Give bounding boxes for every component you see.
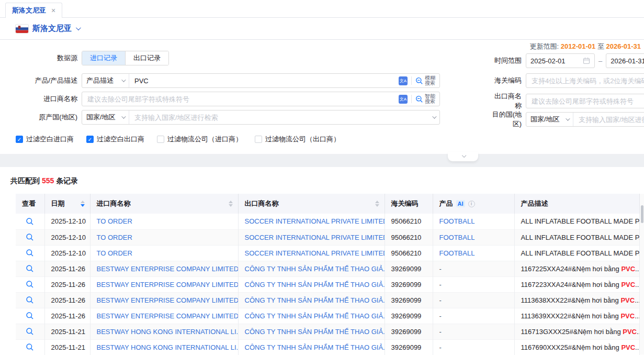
origin-country-type-select[interactable]: 国家/地区 xyxy=(82,110,129,124)
exporter-search-control xyxy=(526,94,644,108)
cell-hs-code: 39269099 xyxy=(385,261,433,276)
product-link[interactable]: - xyxy=(439,328,442,336)
destination-country-type-select[interactable]: 国家/地区 xyxy=(526,113,573,126)
chevron-down-icon xyxy=(121,114,126,118)
product-link[interactable]: - xyxy=(439,312,442,320)
cell-hs-code: 95066210 xyxy=(385,214,433,229)
cell-description: ALL INFLATABLE FOOTBALL MADE P... xyxy=(514,245,639,261)
destination-country-type-value: 国家/地区 xyxy=(530,115,560,124)
description-ellipsis: ... xyxy=(637,328,639,336)
view-record-icon[interactable] xyxy=(26,296,34,304)
description-highlight: PVC xyxy=(620,312,635,320)
exporter-link[interactable]: CÔNG TY TNHH SẢN PHẨM THỂ THAO GIẢ... xyxy=(245,343,385,351)
sort-icon-date[interactable] xyxy=(81,201,85,207)
tab-import-records[interactable]: 进口记录 xyxy=(82,51,125,65)
tab-export-records[interactable]: 出口记录 xyxy=(125,51,168,65)
date-to-input[interactable]: 2026-01-31 xyxy=(606,53,644,68)
product-search-input[interactable] xyxy=(129,74,394,87)
importer-link[interactable]: TO ORDER xyxy=(97,249,132,257)
exporter-link[interactable]: CÔNG TY TNHH SẢN PHẨM THỂ THAO GIẢ... xyxy=(245,265,385,273)
chevron-down-icon[interactable] xyxy=(432,114,436,118)
checkbox-filter-logistics-importer[interactable]: ✓ 过滤物流公司（进口商） xyxy=(157,135,242,144)
view-record-icon[interactable] xyxy=(26,264,34,273)
importer-link[interactable]: BESTWAY ENTERPRISE COMPANY LIMITED xyxy=(97,281,239,289)
collapse-filters-button[interactable] xyxy=(448,152,478,161)
view-record-icon[interactable] xyxy=(26,217,34,226)
hs-code-input[interactable] xyxy=(526,74,644,87)
importer-link[interactable]: BESTWAY HONG KONG INTERNATIONAL LI... xyxy=(97,328,239,336)
view-record-icon[interactable] xyxy=(26,249,34,257)
exporter-link[interactable]: CÔNG TY TNHH SẢN PHẨM THỂ THAO GIẢ... xyxy=(245,281,385,289)
column-header-importer[interactable]: 进口商名称 xyxy=(90,194,238,214)
description-text: 1113638XXX22#&Nệm hơi bằng xyxy=(521,296,621,304)
origin-country-input[interactable] xyxy=(129,110,428,124)
checkbox-filter-blank-exporter[interactable]: ✓ 过滤空白出口商 xyxy=(86,135,144,144)
column-header-date[interactable]: 日期 xyxy=(44,194,90,214)
product-type-select[interactable]: 产品描述 xyxy=(82,74,129,87)
exporter-link[interactable]: SOCCER INTERNATIONAL PRIVATE LIMITED xyxy=(245,217,385,225)
cell-date: 2025-12-10 xyxy=(44,245,90,261)
importer-link[interactable]: BESTWAY ENTERPRISE COMPANY LIMITED xyxy=(97,265,239,273)
translate-icon[interactable]: 文A xyxy=(399,95,408,104)
time-range-label: 时间范围 xyxy=(489,56,522,65)
chevron-down-icon xyxy=(121,77,126,82)
view-record-icon[interactable] xyxy=(26,343,34,351)
exporter-link[interactable]: CÔNG TY TNHH SẢN PHẨM THỂ THAO GIẢ... xyxy=(245,312,385,320)
column-header-exporter[interactable]: 出口商名称 xyxy=(238,194,385,214)
scrollbar-thumb[interactable] xyxy=(641,205,643,223)
destination-country-input[interactable] xyxy=(573,113,644,126)
sort-icon-importer[interactable] xyxy=(229,201,233,207)
cell-description: 1167223XXA24#&Nệm hơi bằng PVC... xyxy=(514,276,639,292)
importer-link[interactable]: BESTWAY HONG KONG INTERNATIONAL LI... xyxy=(97,343,239,351)
exporter-name-input[interactable] xyxy=(526,94,644,108)
sort-icon-exporter[interactable] xyxy=(375,201,379,207)
product-link[interactable]: FOOTBALL xyxy=(439,217,475,225)
checkbox-icon: ✓ xyxy=(255,136,262,143)
exporter-link[interactable]: CÔNG TY TNHH SẢN PHẨM THỂ THAO GIẢ... xyxy=(245,328,385,336)
exporter-link[interactable]: SOCCER INTERNATIONAL PRIVATE LIMITED xyxy=(245,249,385,257)
info-icon[interactable]: i xyxy=(468,201,475,207)
product-link[interactable]: FOOTBALL xyxy=(439,249,475,257)
importer-link[interactable]: TO ORDER xyxy=(97,234,132,241)
importer-link[interactable]: TO ORDER xyxy=(97,217,132,225)
product-link[interactable]: - xyxy=(439,281,442,289)
records-table: 查看 日期 进口商名称 出口商名称 海关编码 产品 AI i xyxy=(16,194,640,355)
importer-link[interactable]: BESTWAY ENTERPRISE COMPANY LIMITED xyxy=(97,312,239,320)
cell-hs-code: 95066210 xyxy=(385,229,433,245)
date-from-input[interactable]: 2025-02-01 xyxy=(526,53,595,68)
vertical-scrollbar[interactable] xyxy=(640,194,644,354)
update-range: 更新范围: 2012-01-01 至 2026-01-31 xyxy=(530,42,641,51)
importer-link[interactable]: BESTWAY ENTERPRISE COMPANY LIMITED xyxy=(97,296,239,304)
view-record-icon[interactable] xyxy=(26,312,34,320)
tab-slovenia[interactable]: 斯洛文尼亚 × xyxy=(5,3,62,18)
cell-description: 1167225XXA24#&Nệm hơi bằng PVC... xyxy=(514,261,639,276)
origin-country-type-value: 国家/地区 xyxy=(86,113,116,122)
hs-code-label: 海关编码 xyxy=(489,76,522,85)
checkbox-filter-blank-importer[interactable]: ✓ 过滤空白进口商 xyxy=(16,135,74,144)
smart-search-button[interactable]: 智能 搜索 xyxy=(415,94,435,105)
product-link[interactable]: - xyxy=(439,296,442,304)
checkbox-filter-logistics-exporter[interactable]: ✓ 过滤物流公司（出口商） xyxy=(255,135,340,144)
cell-description: ALL INFLATABLE FOOTBALL MADE P... xyxy=(514,214,639,229)
view-record-icon[interactable] xyxy=(26,233,34,241)
product-link[interactable]: - xyxy=(439,343,442,351)
update-range-label: 更新范围: xyxy=(530,42,559,50)
view-record-icon[interactable] xyxy=(26,327,34,336)
exporter-link[interactable]: SOCCER INTERNATIONAL PRIVATE LIMITED xyxy=(245,234,385,241)
view-record-icon[interactable] xyxy=(26,280,34,289)
chevron-down-icon[interactable] xyxy=(76,25,81,30)
summary-prefix: 共匹配到 xyxy=(10,176,40,185)
tab-close-icon[interactable]: × xyxy=(51,7,55,14)
description-text: ALL INFLATABLE FOOTBALL MADE P... xyxy=(521,234,640,241)
cell-date: 2025-12-10 xyxy=(44,214,90,229)
description-ellipsis: ... xyxy=(635,312,639,320)
origin-country-control: 国家/地区 xyxy=(82,110,440,125)
translate-icon[interactable]: 文A xyxy=(399,76,408,85)
destination-country-label: 目的国(地区) xyxy=(489,110,522,129)
update-range-from: 2012-01-01 xyxy=(561,42,596,50)
exporter-link[interactable]: CÔNG TY TNHH SẢN PHẨM THỂ THAO GIẢ... xyxy=(245,296,385,304)
fuzzy-search-button[interactable]: 模糊 搜索 xyxy=(415,75,435,86)
product-link[interactable]: - xyxy=(439,265,442,273)
importer-name-input[interactable] xyxy=(82,92,394,106)
product-link[interactable]: FOOTBALL xyxy=(439,234,475,241)
